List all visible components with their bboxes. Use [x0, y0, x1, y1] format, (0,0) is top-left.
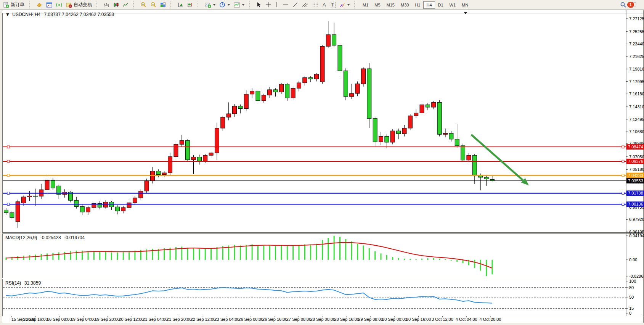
timeframe-d1-button[interactable]: D1: [435, 1, 446, 9]
auto-trading-button[interactable]: 自动交易: [64, 0, 94, 9]
auto-scroll-button[interactable]: [176, 1, 185, 9]
signal-button[interactable]: [54, 1, 64, 9]
tile-windows-button[interactable]: [158, 1, 168, 9]
time-tick-label: 26 Sep 00:00: [238, 317, 263, 322]
vertical-line-tool-button[interactable]: [273, 1, 281, 9]
chart-shift-button[interactable]: [185, 1, 195, 9]
zoom-out-button[interactable]: [148, 1, 158, 9]
timeframe-w1-button[interactable]: W1: [446, 1, 459, 9]
timeframe-m1-button[interactable]: M1: [360, 1, 371, 9]
candle-bull: [279, 84, 283, 92]
time-tick-label: 19 Sep 20:00: [95, 317, 119, 322]
candle-bull: [297, 83, 301, 88]
time-tick-label: 28 Sep 00:00: [310, 317, 335, 322]
toolbar-separator: [29, 2, 32, 8]
candle-bull: [127, 203, 131, 208]
indicators-button[interactable]: [203, 1, 217, 9]
fibonacci-tool-button[interactable]: [310, 1, 321, 9]
rsi-name: RSI(14): [5, 280, 21, 286]
candle-bear: [472, 155, 477, 175]
quotes-button[interactable]: [34, 1, 44, 9]
trend-arrow-shaft[interactable]: [471, 135, 523, 180]
search-button[interactable]: [618, 0, 628, 9]
text-label-tool-button[interactable]: T: [328, 1, 337, 9]
price-tick-label: 7.10680: [629, 129, 644, 134]
zoom-in-icon: [140, 2, 146, 8]
timeframe-h4-button[interactable]: H4: [423, 1, 435, 9]
bar-chart-button[interactable]: [102, 1, 111, 9]
candlestick-chart-button[interactable]: [111, 1, 121, 9]
trendline-tool-button[interactable]: [291, 1, 300, 9]
new-order-button[interactable]: 新订单: [1, 0, 26, 9]
candle-bull: [268, 90, 272, 95]
candle-bear: [186, 140, 190, 159]
cursor-icon: [256, 2, 262, 8]
candle-bear: [437, 102, 442, 134]
toolbar-separator: [170, 2, 173, 8]
timeframe-h1-button[interactable]: H1: [412, 1, 423, 9]
dropdown-arrow-icon: [213, 4, 215, 6]
main-toolbar: 新订单: [0, 0, 644, 10]
candle-bull: [209, 153, 213, 155]
candle-bull: [215, 128, 219, 153]
level-handle[interactable]: [7, 160, 10, 162]
candle-bull: [139, 191, 143, 198]
level-handle[interactable]: [622, 174, 624, 177]
candle-bull: [221, 117, 225, 128]
timeframe-mn-button[interactable]: MN: [459, 1, 471, 9]
level-handle[interactable]: [7, 146, 10, 148]
chart-window-button[interactable]: [44, 1, 54, 9]
candle-bull: [191, 157, 196, 160]
level-handle[interactable]: [7, 192, 10, 194]
time-tick-label: 30 Sep 16:00: [406, 317, 431, 322]
rsi-indicator-label: RSI(14) 31.3859: [5, 280, 41, 286]
arrows-shapes-icon: [339, 2, 345, 8]
arrows-tool-button[interactable]: [337, 1, 352, 9]
line-chart-button[interactable]: [121, 1, 130, 9]
candle-bear: [461, 146, 465, 160]
macd-indicator-label: MACD(12,26,9) -0.025423 -0.014704: [5, 235, 85, 240]
zoom-in-button[interactable]: [138, 1, 148, 9]
rsi-tick-label: 0: [629, 311, 631, 315]
symbol-dropdown-marker[interactable]: ▼: [5, 12, 10, 17]
search-icon: [620, 2, 626, 8]
candle-bear: [397, 131, 401, 134]
candle-bear: [256, 91, 260, 101]
candle-bull: [27, 196, 32, 197]
level-handle[interactable]: [622, 160, 624, 162]
horizontal-line-icon: [283, 2, 289, 8]
timeframe-m30-button[interactable]: M30: [398, 1, 412, 9]
candle-bull: [244, 94, 248, 109]
candle-bull: [379, 137, 383, 142]
candle-bull: [180, 140, 184, 144]
price-tick-label: 7.12495: [629, 117, 644, 122]
level-handle[interactable]: [7, 203, 10, 205]
text-tool-button[interactable]: A: [321, 1, 328, 9]
level-handle[interactable]: [622, 203, 624, 205]
candle-bull: [145, 181, 149, 191]
level-handle[interactable]: [622, 146, 624, 148]
price-tick-label: 6.97920: [629, 217, 644, 222]
timeframe-m5-button[interactable]: M5: [371, 1, 383, 9]
timeframe-menu-button[interactable]: [217, 1, 232, 9]
candle-bear: [156, 171, 161, 175]
time-tick-label: 26 Sep 16:00: [262, 317, 287, 322]
timeframe-m15-button[interactable]: M15: [384, 1, 398, 9]
new-order-label: 新订单: [11, 2, 24, 8]
level-handle[interactable]: [7, 174, 10, 177]
channel-tool-button[interactable]: [300, 1, 310, 9]
crosshair-tool-button[interactable]: [263, 1, 273, 9]
horizontal-line-tool-button[interactable]: [281, 1, 291, 9]
candle-bear: [332, 35, 336, 45]
candle-bull: [414, 113, 418, 116]
auto-trading-icon: [66, 2, 72, 8]
templates-button[interactable]: [232, 1, 246, 9]
notifications-button[interactable]: 1: [628, 1, 643, 9]
level-handle[interactable]: [622, 192, 624, 194]
candle-bull: [86, 208, 90, 212]
price-tick-label: 7.21625: [629, 54, 644, 59]
cursor-tool-button[interactable]: [254, 1, 263, 9]
macd-tick-label: 0.041942: [629, 233, 644, 238]
chart-canvas[interactable]: 7.271257.252557.234407.216257.198107.179…: [2, 10, 644, 323]
chart-window-icon: [46, 2, 52, 8]
